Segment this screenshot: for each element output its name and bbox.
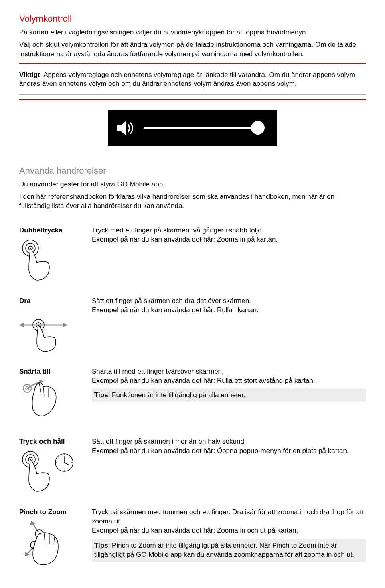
pinch-zoom-icon: [19, 519, 67, 568]
tip-text: ! Funktionen är inte tillgänglig på alla…: [108, 391, 245, 399]
tip-box: Tips! Funktionen är inte tillgänglig på …: [92, 388, 366, 402]
flick-icon: [19, 379, 63, 423]
important-label: Viktigt: [19, 71, 40, 79]
gestures-intro-1: Du använder gester för att styra GO Mobi…: [19, 180, 366, 189]
gesture-desc-1: Tryck med ett finger på skärmen två gång…: [92, 226, 366, 235]
gesture-desc-1: Sätt ett finger på skärmen i mer än en h…: [92, 437, 366, 447]
press-hold-icon: [19, 449, 75, 493]
drag-icon: [19, 308, 67, 352]
important-text: : Appens volymreglage och enhetens volym…: [19, 71, 355, 88]
tip-text: ! Pinch to Zoom är inte tillgängligt på …: [94, 542, 354, 558]
gesture-desc-2: Exempel på när du kan använda det här: R…: [92, 306, 366, 315]
gesture-name: Snärta till: [19, 368, 50, 375]
svg-line-16: [64, 463, 69, 465]
gesture-desc-1: Sätt ett finger på skärmen och dra det ö…: [92, 297, 366, 306]
volume-paragraph-1: På kartan eller i vägledningsvisningen v…: [19, 28, 366, 37]
gesture-desc-1: Tryck på skärmen med tummen och ett fing…: [92, 508, 366, 526]
double-tap-icon: [19, 238, 55, 282]
volume-slider-figure: [19, 110, 366, 149]
gesture-name: Tryck och håll: [19, 438, 65, 445]
gesture-row-doubletap: Dubbeltrycka Tryck med ett finger på skä…: [19, 226, 366, 285]
gesture-desc-2: Exempel på när du kan använda det här: Ö…: [92, 447, 366, 456]
gesture-name: Dubbeltrycka: [19, 226, 63, 234]
gesture-desc-1: Snärta till med ett finger tvärsöver skä…: [92, 367, 366, 376]
tip-label: Tips: [94, 391, 108, 399]
gesture-row-pinch: Pinch to Zoom Tryck på skärmen med tumme…: [19, 508, 366, 570]
gesture-desc-2: Exempel på när du kan använda det här: Z…: [92, 526, 366, 535]
gesture-name: Pinch to Zoom: [19, 508, 67, 516]
tip-label: Tips: [94, 542, 108, 549]
gesture-name: Dra: [19, 297, 30, 305]
gesture-row-drag: Dra Sätt ett finger på skärmen och dra d…: [19, 297, 366, 355]
gestures-heading: Använda handrörelser: [19, 165, 366, 177]
speaker-icon: [117, 120, 135, 136]
gesture-row-flick: Snärta till Snärta till med ett finger t…: [19, 367, 366, 426]
gesture-desc-2: Exempel på när du kan använda det här: Z…: [92, 235, 366, 244]
important-note: Viktigt: Appens volymreglage och enheten…: [19, 71, 366, 89]
volume-paragraph-2: Välj och skjut volymkontrollen för att ä…: [19, 40, 366, 59]
svg-marker-5: [63, 323, 67, 327]
tip-box: Tips! Pinch to Zoom är inte tillgängligt…: [92, 539, 366, 562]
svg-marker-4: [19, 323, 24, 327]
gestures-intro-2: I den här referenshandboken förklaras vi…: [19, 192, 366, 211]
volume-thumb: [251, 121, 265, 135]
gesture-row-hold: Tryck och håll Sätt ett finger: [19, 437, 366, 496]
volume-track: [144, 127, 260, 129]
volume-control-heading: Volymkontroll: [19, 13, 366, 25]
gesture-desc-2: Exempel på när du kan använda det här: R…: [92, 376, 366, 386]
